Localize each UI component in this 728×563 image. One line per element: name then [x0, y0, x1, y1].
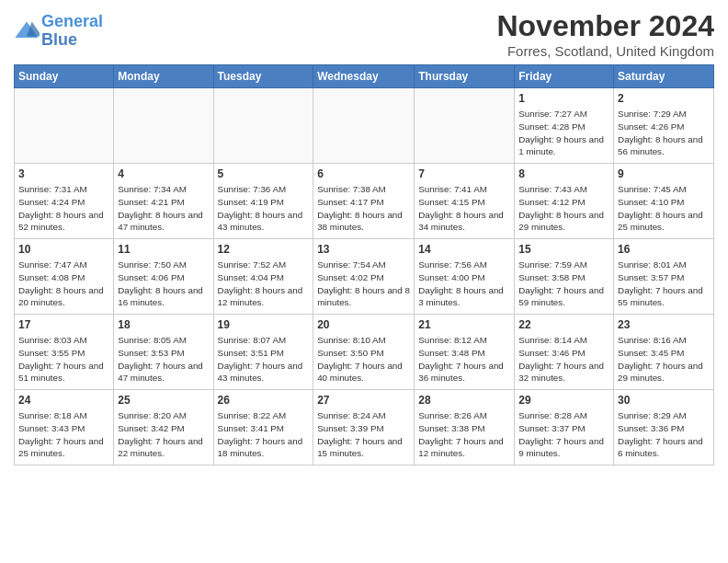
- day-number: 22: [518, 317, 609, 332]
- weekday-header-thursday: Thursday: [415, 65, 515, 88]
- day-info: Sunrise: 8:12 AM Sunset: 3:48 PM Dayligh…: [418, 334, 510, 385]
- day-number: 24: [18, 393, 109, 408]
- calendar-table: SundayMondayTuesdayWednesdayThursdayFrid…: [14, 64, 714, 465]
- day-info: Sunrise: 7:54 AM Sunset: 4:02 PM Dayligh…: [317, 259, 410, 309]
- day-info: Sunrise: 7:52 AM Sunset: 4:04 PM Dayligh…: [218, 259, 310, 309]
- calendar-cell: 12Sunrise: 7:52 AM Sunset: 4:04 PM Dayli…: [213, 239, 313, 315]
- day-info: Sunrise: 7:41 AM Sunset: 4:15 PM Dayligh…: [418, 183, 510, 234]
- calendar-cell: 20Sunrise: 8:10 AM Sunset: 3:50 PM Dayli…: [313, 315, 415, 390]
- day-info: Sunrise: 8:05 AM Sunset: 3:53 PM Dayligh…: [118, 334, 209, 385]
- main-title: November 2024: [496, 9, 714, 43]
- day-info: Sunrise: 8:03 AM Sunset: 3:55 PM Dayligh…: [18, 334, 109, 385]
- subtitle: Forres, Scotland, United Kingdom: [496, 43, 714, 59]
- calendar-cell: 15Sunrise: 7:59 AM Sunset: 3:58 PM Dayli…: [515, 239, 614, 315]
- day-info: Sunrise: 8:07 AM Sunset: 3:51 PM Dayligh…: [218, 334, 310, 385]
- day-info: Sunrise: 8:22 AM Sunset: 3:41 PM Dayligh…: [218, 409, 310, 460]
- day-info: Sunrise: 7:31 AM Sunset: 4:24 PM Dayligh…: [18, 183, 109, 234]
- day-info: Sunrise: 8:14 AM Sunset: 3:46 PM Dayligh…: [518, 334, 609, 385]
- day-info: Sunrise: 8:10 AM Sunset: 3:50 PM Dayligh…: [317, 334, 410, 385]
- day-number: 9: [618, 167, 710, 181]
- logo-text: General Blue: [41, 13, 103, 50]
- calendar-cell: 18Sunrise: 8:05 AM Sunset: 3:53 PM Dayli…: [114, 315, 213, 390]
- calendar-cell: [313, 88, 415, 164]
- calendar-cell: 4Sunrise: 7:34 AM Sunset: 4:21 PM Daylig…: [114, 164, 213, 239]
- day-number: 5: [218, 167, 310, 181]
- day-info: Sunrise: 8:20 AM Sunset: 3:42 PM Dayligh…: [118, 409, 209, 460]
- calendar-cell: 27Sunrise: 8:24 AM Sunset: 3:39 PM Dayli…: [313, 390, 415, 465]
- logo: General Blue: [14, 13, 103, 50]
- day-info: Sunrise: 7:56 AM Sunset: 4:00 PM Dayligh…: [418, 259, 510, 309]
- day-number: 3: [18, 167, 109, 181]
- day-number: 28: [418, 393, 510, 408]
- day-number: 15: [518, 242, 609, 257]
- day-info: Sunrise: 8:29 AM Sunset: 3:36 PM Dayligh…: [618, 409, 710, 460]
- calendar-week-0: 1Sunrise: 7:27 AM Sunset: 4:28 PM Daylig…: [15, 88, 714, 164]
- logo-icon: [14, 18, 40, 44]
- calendar-week-3: 17Sunrise: 8:03 AM Sunset: 3:55 PM Dayli…: [15, 315, 714, 390]
- weekday-header-friday: Friday: [515, 65, 614, 88]
- day-number: 27: [317, 393, 410, 408]
- weekday-header-saturday: Saturday: [614, 65, 714, 88]
- calendar-week-4: 24Sunrise: 8:18 AM Sunset: 3:43 PM Dayli…: [15, 390, 714, 465]
- day-info: Sunrise: 7:36 AM Sunset: 4:19 PM Dayligh…: [218, 183, 310, 234]
- day-number: 7: [418, 167, 510, 181]
- day-number: 29: [518, 393, 609, 408]
- day-number: 2: [618, 91, 710, 106]
- calendar-cell: 9Sunrise: 7:45 AM Sunset: 4:10 PM Daylig…: [614, 164, 714, 239]
- calendar-cell: 5Sunrise: 7:36 AM Sunset: 4:19 PM Daylig…: [213, 164, 313, 239]
- calendar-cell: 14Sunrise: 7:56 AM Sunset: 4:00 PM Dayli…: [415, 239, 515, 315]
- weekday-header-tuesday: Tuesday: [213, 65, 313, 88]
- calendar-cell: 28Sunrise: 8:26 AM Sunset: 3:38 PM Dayli…: [415, 390, 515, 465]
- calendar-cell: 3Sunrise: 7:31 AM Sunset: 4:24 PM Daylig…: [15, 164, 114, 239]
- day-number: 23: [618, 317, 710, 332]
- day-number: 16: [618, 242, 710, 257]
- day-info: Sunrise: 8:18 AM Sunset: 3:43 PM Dayligh…: [18, 409, 109, 460]
- calendar-cell: 19Sunrise: 8:07 AM Sunset: 3:51 PM Dayli…: [213, 315, 313, 390]
- day-number: 13: [317, 242, 410, 257]
- title-block: November 2024 Forres, Scotland, United K…: [496, 9, 714, 59]
- day-number: 30: [618, 393, 710, 408]
- day-number: 10: [18, 242, 109, 257]
- day-number: 19: [218, 317, 310, 332]
- day-number: 20: [317, 317, 410, 332]
- day-info: Sunrise: 7:50 AM Sunset: 4:06 PM Dayligh…: [118, 259, 209, 309]
- day-number: 25: [118, 393, 209, 408]
- calendar-cell: 8Sunrise: 7:43 AM Sunset: 4:12 PM Daylig…: [515, 164, 614, 239]
- calendar-body: 1Sunrise: 7:27 AM Sunset: 4:28 PM Daylig…: [15, 88, 714, 465]
- calendar-cell: [114, 88, 213, 164]
- header-area: General Blue November 2024 Forres, Scotl…: [14, 9, 714, 59]
- day-info: Sunrise: 7:47 AM Sunset: 4:08 PM Dayligh…: [18, 259, 109, 309]
- day-info: Sunrise: 7:59 AM Sunset: 3:58 PM Dayligh…: [518, 259, 609, 309]
- calendar-cell: 30Sunrise: 8:29 AM Sunset: 3:36 PM Dayli…: [614, 390, 714, 465]
- weekday-header-row: SundayMondayTuesdayWednesdayThursdayFrid…: [15, 65, 714, 88]
- calendar-cell: 11Sunrise: 7:50 AM Sunset: 4:06 PM Dayli…: [114, 239, 213, 315]
- calendar-cell: 16Sunrise: 8:01 AM Sunset: 3:57 PM Dayli…: [614, 239, 714, 315]
- calendar-cell: 6Sunrise: 7:38 AM Sunset: 4:17 PM Daylig…: [313, 164, 415, 239]
- calendar-cell: [15, 88, 114, 164]
- day-number: 21: [418, 317, 510, 332]
- day-number: 26: [218, 393, 310, 408]
- calendar-header: SundayMondayTuesdayWednesdayThursdayFrid…: [15, 65, 714, 88]
- weekday-header-sunday: Sunday: [15, 65, 114, 88]
- calendar-cell: 21Sunrise: 8:12 AM Sunset: 3:48 PM Dayli…: [415, 315, 515, 390]
- calendar-cell: 24Sunrise: 8:18 AM Sunset: 3:43 PM Dayli…: [15, 390, 114, 465]
- day-number: 6: [317, 167, 410, 181]
- calendar-cell: [213, 88, 313, 164]
- calendar-cell: 22Sunrise: 8:14 AM Sunset: 3:46 PM Dayli…: [515, 315, 614, 390]
- day-number: 12: [218, 242, 310, 257]
- calendar-cell: 25Sunrise: 8:20 AM Sunset: 3:42 PM Dayli…: [114, 390, 213, 465]
- day-info: Sunrise: 7:45 AM Sunset: 4:10 PM Dayligh…: [618, 183, 710, 234]
- calendar-week-2: 10Sunrise: 7:47 AM Sunset: 4:08 PM Dayli…: [15, 239, 714, 315]
- calendar-cell: 2Sunrise: 7:29 AM Sunset: 4:26 PM Daylig…: [614, 88, 714, 164]
- day-number: 1: [518, 91, 609, 106]
- day-info: Sunrise: 7:29 AM Sunset: 4:26 PM Dayligh…: [618, 108, 710, 158]
- day-number: 11: [118, 242, 209, 257]
- day-number: 18: [118, 317, 209, 332]
- day-number: 14: [418, 242, 510, 257]
- day-info: Sunrise: 7:34 AM Sunset: 4:21 PM Dayligh…: [118, 183, 209, 234]
- calendar-cell: 17Sunrise: 8:03 AM Sunset: 3:55 PM Dayli…: [15, 315, 114, 390]
- calendar-cell: 10Sunrise: 7:47 AM Sunset: 4:08 PM Dayli…: [15, 239, 114, 315]
- day-info: Sunrise: 7:27 AM Sunset: 4:28 PM Dayligh…: [518, 108, 609, 158]
- weekday-header-monday: Monday: [114, 65, 213, 88]
- weekday-header-wednesday: Wednesday: [313, 65, 415, 88]
